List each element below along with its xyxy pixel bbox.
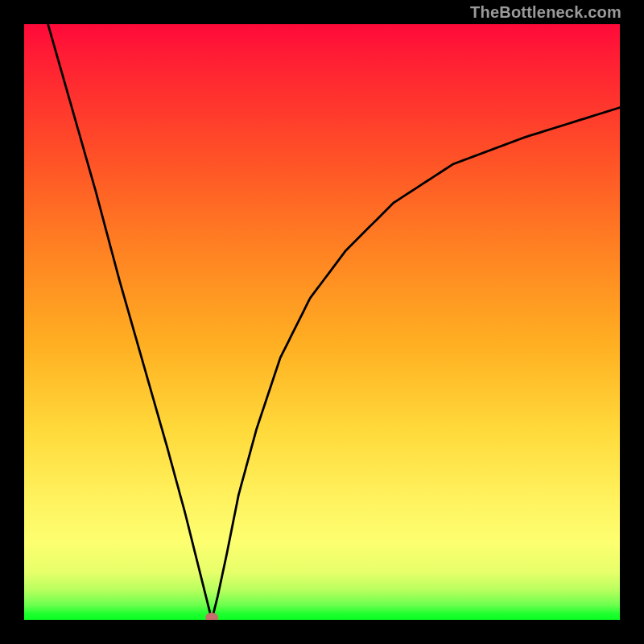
bottleneck-curve [48, 24, 620, 620]
watermark-label: TheBottleneck.com [470, 3, 621, 22]
chart-svg [24, 24, 620, 620]
optimal-point-marker [205, 613, 218, 620]
chart-gradient-area [24, 24, 620, 620]
chart-frame: TheBottleneck.com [0, 0, 644, 644]
